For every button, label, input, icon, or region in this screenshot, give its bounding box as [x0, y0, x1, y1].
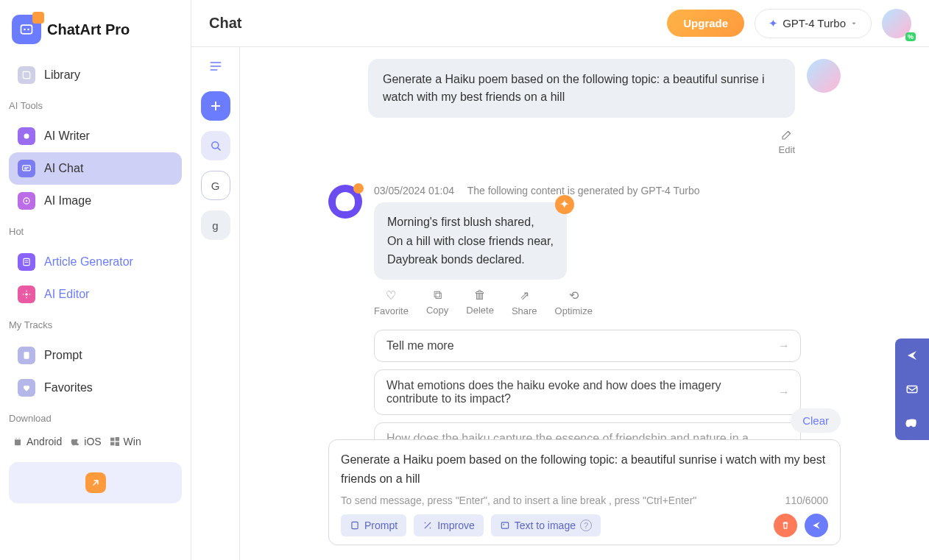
svg-rect-18	[501, 522, 508, 528]
user-avatar-small	[807, 59, 841, 93]
arrow-right-icon: →	[778, 339, 790, 352]
article-icon	[18, 253, 35, 271]
sidebar-item-ai-editor[interactable]: AI Editor	[9, 278, 182, 311]
action-label: Favorite	[374, 305, 409, 316]
clear-button[interactable]: Clear	[791, 408, 841, 433]
promo-card[interactable]	[9, 462, 182, 503]
conversation-g-upper[interactable]: G	[201, 171, 230, 200]
float-mail-button[interactable]	[895, 372, 929, 406]
arrow-up-icon	[85, 472, 106, 493]
upgrade-button[interactable]: Upgrade	[667, 10, 744, 37]
composer: Clear Generate a Haiku poem based on the…	[328, 439, 841, 545]
suggestion-item[interactable]: What emotions does the haiku evoke and h…	[374, 369, 801, 415]
message-input[interactable]: Generate a Haiku poem based on the follo…	[341, 450, 828, 489]
download-win[interactable]: Win	[109, 436, 141, 447]
edit-icon	[780, 128, 794, 141]
improve-chip[interactable]: Improve	[414, 514, 484, 536]
bot-generated-note: The following content is generated by GP…	[467, 185, 700, 196]
edit-message-button[interactable]: Edit	[779, 128, 795, 155]
svg-point-19	[503, 524, 504, 525]
float-discord-button[interactable]	[895, 406, 929, 440]
chip-label: Prompt	[364, 520, 398, 531]
delete-button[interactable]: 🗑Delete	[466, 288, 494, 316]
user-message-row: Generate a Haiku poem based on the follo…	[328, 59, 841, 118]
bot-avatar	[328, 185, 362, 219]
main-area: Chat Upgrade ✦ GPT-4 Turbo Generate a Ha…	[240, 0, 929, 560]
message-actions: ♡Favorite ⧉Copy 🗑Delete ⇗Share ⟲Optimize	[374, 288, 841, 316]
bot-message-bubble: ✦ Morning's first blush shared, On a hil…	[374, 202, 567, 280]
sidebar-item-ai-writer[interactable]: AI Writer	[9, 120, 182, 152]
text-to-image-chip[interactable]: Text to image ?	[491, 514, 601, 536]
haiku-line: Daybreak bonds declared.	[387, 250, 554, 269]
svg-point-10	[15, 438, 16, 439]
sidebar-item-favorites[interactable]: Favorites	[9, 372, 182, 404]
svg-point-3	[24, 134, 29, 139]
svg-rect-9	[24, 352, 29, 358]
user-avatar[interactable]	[882, 9, 911, 38]
svg-point-2	[27, 29, 29, 31]
download-android[interactable]: Android	[12, 436, 62, 447]
sidebar-item-label: AI Image	[44, 194, 91, 208]
action-label: Share	[512, 305, 537, 316]
collapse-button[interactable]	[201, 52, 230, 81]
library-icon	[18, 66, 35, 84]
sidebar-item-ai-chat[interactable]: AI Chat	[9, 152, 182, 185]
svg-point-11	[18, 438, 19, 439]
svg-rect-15	[115, 442, 119, 446]
image-icon	[500, 520, 510, 531]
model-selector[interactable]: ✦ GPT-4 Turbo	[755, 9, 872, 38]
apple-icon	[69, 436, 81, 447]
sidebar-item-label: AI Writer	[44, 130, 90, 143]
favorite-button[interactable]: ♡Favorite	[374, 288, 409, 316]
new-chat-button[interactable]	[201, 91, 230, 121]
float-share-button[interactable]	[895, 339, 929, 372]
optimize-button[interactable]: ⟲Optimize	[555, 288, 593, 316]
action-label: Delete	[466, 305, 494, 316]
discord-icon	[905, 417, 919, 430]
trash-icon: 🗑	[474, 288, 486, 302]
sidebar: ChatArt Pro Library AI Tools AI Writer A…	[0, 0, 191, 560]
suggestion-text: Tell me more	[386, 339, 454, 352]
android-icon	[12, 436, 24, 447]
svg-rect-12	[110, 438, 114, 442]
char-counter: 110/6000	[785, 495, 828, 506]
sidebar-item-label: Prompt	[44, 349, 82, 362]
optimize-icon: ⟲	[569, 288, 579, 302]
clear-input-button[interactable]	[774, 514, 797, 537]
sidebar-item-library[interactable]: Library	[9, 59, 182, 91]
windows-icon	[109, 436, 121, 447]
image-icon	[18, 192, 35, 210]
sidebar-item-label: Favorites	[44, 381, 93, 394]
group-my-tracks: My Tracks	[0, 313, 191, 336]
user-message-bubble: Generate a Haiku poem based on the follo…	[368, 59, 795, 118]
logo[interactable]: ChatArt Pro	[0, 9, 191, 56]
arrow-right-icon: →	[778, 386, 790, 399]
svg-point-6	[26, 200, 27, 202]
chevron-down-icon	[850, 20, 858, 27]
chip-label: Text to image	[515, 520, 576, 531]
chip-label: Improve	[437, 520, 475, 531]
writer-icon	[18, 127, 35, 145]
suggestion-item[interactable]: Tell me more →	[374, 330, 801, 362]
haiku-line: On a hill with close friends near,	[387, 232, 554, 251]
search-button[interactable]	[201, 131, 230, 160]
spark-icon: ✦	[555, 195, 574, 214]
download-label: Android	[27, 436, 62, 447]
sidebar-item-label: Library	[44, 68, 80, 82]
mail-icon	[905, 383, 919, 396]
conversation-g-lower[interactable]: g	[201, 210, 230, 240]
sidebar-item-prompt[interactable]: Prompt	[9, 339, 182, 372]
sidebar-item-ai-image[interactable]: AI Image	[9, 185, 182, 217]
share-icon	[905, 349, 919, 362]
send-button[interactable]	[805, 514, 828, 537]
share-button[interactable]: ⇗Share	[512, 288, 537, 316]
heart-icon: ♡	[386, 288, 396, 302]
sidebar-item-article-generator[interactable]: Article Generator	[9, 246, 182, 278]
sidebar-item-label: Article Generator	[44, 255, 133, 269]
download-ios[interactable]: iOS	[69, 436, 101, 447]
sidebar-item-label: AI Chat	[44, 162, 83, 175]
brand-name: ChatArt Pro	[47, 21, 130, 38]
prompt-icon	[350, 520, 360, 531]
copy-button[interactable]: ⧉Copy	[426, 288, 448, 316]
prompt-chip[interactable]: Prompt	[341, 514, 406, 536]
